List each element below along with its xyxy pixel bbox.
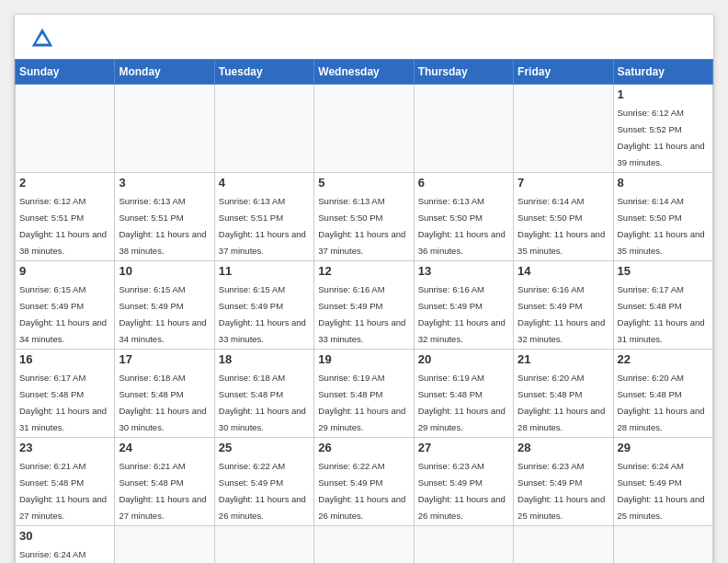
calendar-cell: 19 Sunrise: 6:19 AMSunset: 5:48 PMDaylig… bbox=[314, 350, 414, 438]
header-friday: Friday bbox=[514, 60, 613, 85]
calendar-cell: 25 Sunrise: 6:22 AMSunset: 5:49 PMDaylig… bbox=[214, 438, 313, 526]
calendar-cell bbox=[314, 526, 414, 564]
day-info: Sunrise: 6:21 AMSunset: 5:48 PMDaylight:… bbox=[19, 461, 107, 521]
day-number: 15 bbox=[618, 264, 709, 278]
weekday-header-row: Sunday Monday Tuesday Wednesday Thursday… bbox=[16, 60, 713, 85]
day-info: Sunrise: 6:13 AMSunset: 5:51 PMDaylight:… bbox=[119, 196, 206, 256]
day-info: Sunrise: 6:23 AMSunset: 5:49 PMDaylight:… bbox=[418, 461, 506, 521]
calendar-cell bbox=[115, 85, 214, 173]
day-info: Sunrise: 6:20 AMSunset: 5:48 PMDaylight:… bbox=[518, 373, 605, 432]
calendar-cell bbox=[214, 85, 313, 173]
calendar-cell: 6 Sunrise: 6:13 AMSunset: 5:50 PMDayligh… bbox=[414, 173, 513, 261]
calendar-cell: 1 Sunrise: 6:12 AMSunset: 5:52 PMDayligh… bbox=[613, 85, 712, 173]
day-number: 11 bbox=[219, 264, 310, 278]
calendar-cell: 7 Sunrise: 6:14 AMSunset: 5:50 PMDayligh… bbox=[514, 173, 613, 261]
day-info: Sunrise: 6:18 AMSunset: 5:48 PMDaylight:… bbox=[119, 373, 206, 432]
day-info: Sunrise: 6:21 AMSunset: 5:48 PMDaylight:… bbox=[119, 461, 206, 521]
calendar-row: 23 Sunrise: 6:21 AMSunset: 5:48 PMDaylig… bbox=[16, 438, 713, 526]
calendar-cell: 3 Sunrise: 6:13 AMSunset: 5:51 PMDayligh… bbox=[115, 173, 214, 261]
day-number: 6 bbox=[418, 176, 509, 190]
day-number: 29 bbox=[618, 441, 709, 454]
calendar-cell: 5 Sunrise: 6:13 AMSunset: 5:50 PMDayligh… bbox=[314, 173, 414, 261]
calendar-cell: 11 Sunrise: 6:15 AMSunset: 5:49 PMDaylig… bbox=[214, 261, 313, 350]
calendar-header bbox=[15, 15, 713, 59]
header-saturday: Saturday bbox=[613, 60, 712, 85]
header-thursday: Thursday bbox=[414, 60, 513, 85]
day-number: 22 bbox=[618, 352, 709, 366]
calendar-row: 1 Sunrise: 6:12 AMSunset: 5:52 PMDayligh… bbox=[16, 85, 713, 173]
day-number: 27 bbox=[418, 441, 509, 454]
calendar-cell: 27 Sunrise: 6:23 AMSunset: 5:49 PMDaylig… bbox=[414, 438, 513, 526]
day-number: 2 bbox=[19, 176, 110, 190]
day-number: 5 bbox=[318, 176, 409, 190]
day-number: 8 bbox=[618, 176, 709, 190]
calendar-cell bbox=[16, 85, 115, 173]
day-number: 14 bbox=[518, 264, 609, 278]
calendar-cell: 18 Sunrise: 6:18 AMSunset: 5:48 PMDaylig… bbox=[214, 350, 313, 438]
header-tuesday: Tuesday bbox=[214, 60, 313, 85]
day-number: 23 bbox=[19, 441, 110, 454]
calendar-row: 9 Sunrise: 6:15 AMSunset: 5:49 PMDayligh… bbox=[16, 261, 713, 350]
calendar-cell bbox=[214, 526, 313, 564]
calendar-cell: 2 Sunrise: 6:12 AMSunset: 5:51 PMDayligh… bbox=[16, 173, 115, 261]
calendar-cell: 28 Sunrise: 6:23 AMSunset: 5:49 PMDaylig… bbox=[514, 438, 613, 526]
calendar-cell bbox=[314, 85, 414, 173]
logo bbox=[29, 26, 59, 52]
day-info: Sunrise: 6:14 AMSunset: 5:50 PMDaylight:… bbox=[618, 196, 705, 256]
day-info: Sunrise: 6:15 AMSunset: 5:49 PMDaylight:… bbox=[219, 284, 306, 344]
day-number: 28 bbox=[518, 441, 609, 454]
day-number: 21 bbox=[518, 352, 609, 366]
calendar-cell: 17 Sunrise: 6:18 AMSunset: 5:48 PMDaylig… bbox=[115, 350, 214, 438]
day-info: Sunrise: 6:15 AMSunset: 5:49 PMDaylight:… bbox=[19, 284, 107, 344]
header-wednesday: Wednesday bbox=[314, 60, 414, 85]
day-info: Sunrise: 6:23 AMSunset: 5:49 PMDaylight:… bbox=[518, 461, 605, 521]
day-info: Sunrise: 6:13 AMSunset: 5:50 PMDaylight:… bbox=[318, 196, 405, 256]
calendar-cell: 4 Sunrise: 6:13 AMSunset: 5:51 PMDayligh… bbox=[214, 173, 313, 261]
day-info: Sunrise: 6:17 AMSunset: 5:48 PMDaylight:… bbox=[618, 284, 705, 344]
day-number: 4 bbox=[219, 176, 310, 190]
day-number: 3 bbox=[119, 176, 210, 190]
day-info: Sunrise: 6:24 AMSunset: 5:49 PMDaylight:… bbox=[618, 461, 705, 521]
day-info: Sunrise: 6:16 AMSunset: 5:49 PMDaylight:… bbox=[518, 284, 605, 344]
day-number: 16 bbox=[19, 352, 110, 366]
calendar-cell: 20 Sunrise: 6:19 AMSunset: 5:48 PMDaylig… bbox=[414, 350, 513, 438]
header-monday: Monday bbox=[115, 60, 214, 85]
day-info: Sunrise: 6:14 AMSunset: 5:50 PMDaylight:… bbox=[518, 196, 605, 256]
calendar-cell: 13 Sunrise: 6:16 AMSunset: 5:49 PMDaylig… bbox=[414, 261, 513, 350]
calendar-cell: 16 Sunrise: 6:17 AMSunset: 5:48 PMDaylig… bbox=[16, 350, 115, 438]
day-number: 26 bbox=[318, 441, 409, 454]
calendar-grid: Sunday Monday Tuesday Wednesday Thursday… bbox=[15, 59, 713, 563]
calendar-cell: 14 Sunrise: 6:16 AMSunset: 5:49 PMDaylig… bbox=[514, 261, 613, 350]
day-number: 18 bbox=[219, 352, 310, 366]
calendar-cell: 12 Sunrise: 6:16 AMSunset: 5:49 PMDaylig… bbox=[314, 261, 414, 350]
calendar-cell bbox=[514, 85, 613, 173]
calendar-cell bbox=[115, 526, 214, 564]
calendar-cell: 8 Sunrise: 6:14 AMSunset: 5:50 PMDayligh… bbox=[613, 173, 712, 261]
day-info: Sunrise: 6:20 AMSunset: 5:48 PMDaylight:… bbox=[618, 373, 705, 432]
day-info: Sunrise: 6:12 AMSunset: 5:52 PMDaylight:… bbox=[618, 108, 705, 167]
day-info: Sunrise: 6:16 AMSunset: 5:49 PMDaylight:… bbox=[418, 284, 506, 344]
day-number: 9 bbox=[19, 264, 110, 278]
day-info: Sunrise: 6:22 AMSunset: 5:49 PMDaylight:… bbox=[318, 461, 405, 521]
calendar-cell: 29 Sunrise: 6:24 AMSunset: 5:49 PMDaylig… bbox=[613, 438, 712, 526]
day-info: Sunrise: 6:15 AMSunset: 5:49 PMDaylight:… bbox=[119, 284, 206, 344]
day-info: Sunrise: 6:17 AMSunset: 5:48 PMDaylight:… bbox=[19, 373, 107, 432]
day-info: Sunrise: 6:13 AMSunset: 5:51 PMDaylight:… bbox=[219, 196, 306, 256]
day-number: 1 bbox=[618, 87, 709, 101]
calendar-cell: 22 Sunrise: 6:20 AMSunset: 5:48 PMDaylig… bbox=[613, 350, 712, 438]
day-number: 30 bbox=[19, 529, 110, 543]
day-info: Sunrise: 6:18 AMSunset: 5:48 PMDaylight:… bbox=[219, 373, 306, 432]
day-info: Sunrise: 6:19 AMSunset: 5:48 PMDaylight:… bbox=[318, 373, 405, 432]
day-number: 10 bbox=[119, 264, 210, 278]
day-info: Sunrise: 6:22 AMSunset: 5:49 PMDaylight:… bbox=[219, 461, 306, 521]
day-info: Sunrise: 6:24 AMSunset: 5:49 PMDaylight:… bbox=[19, 549, 107, 563]
calendar-cell: 10 Sunrise: 6:15 AMSunset: 5:49 PMDaylig… bbox=[115, 261, 214, 350]
day-number: 19 bbox=[318, 352, 409, 366]
day-info: Sunrise: 6:12 AMSunset: 5:51 PMDaylight:… bbox=[19, 196, 107, 256]
day-number: 24 bbox=[119, 441, 210, 454]
calendar-cell bbox=[613, 526, 712, 564]
calendar-container: Sunday Monday Tuesday Wednesday Thursday… bbox=[14, 14, 714, 563]
calendar-cell: 30 Sunrise: 6:24 AMSunset: 5:49 PMDaylig… bbox=[16, 526, 115, 564]
calendar-cell: 15 Sunrise: 6:17 AMSunset: 5:48 PMDaylig… bbox=[613, 261, 712, 350]
calendar-cell bbox=[514, 526, 613, 564]
